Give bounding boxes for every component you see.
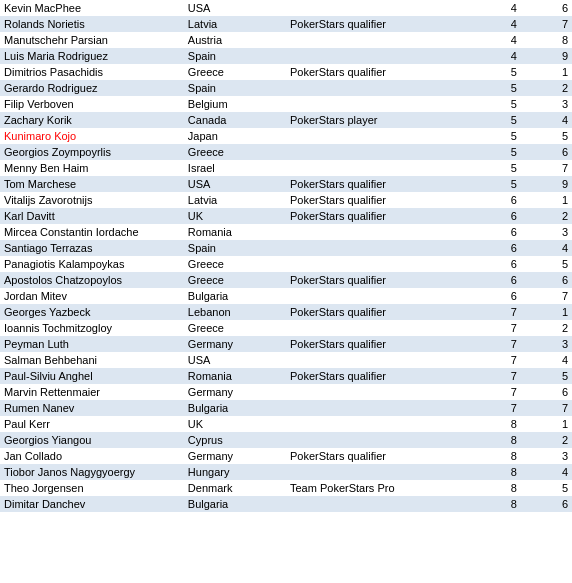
player-qualifier [286,352,470,368]
player-name: Rumen Nanev [0,400,184,416]
player-name: Santiago Terrazas [0,240,184,256]
table-row: Paul-Silviu AnghelRomaniaPokerStars qual… [0,368,572,384]
player-num2: 3 [521,96,572,112]
player-num2: 9 [521,48,572,64]
player-qualifier [286,400,470,416]
player-num1: 7 [470,304,521,320]
player-name: Peyman Luth [0,336,184,352]
player-country: Belgium [184,96,286,112]
player-num2: 4 [521,352,572,368]
player-country: Romania [184,224,286,240]
player-name: Georges Yazbeck [0,304,184,320]
player-num2: 6 [521,0,572,16]
table-row: Menny Ben HaimIsrael57 [0,160,572,176]
player-qualifier: PokerStars qualifier [286,208,470,224]
player-num1: 5 [470,176,521,192]
player-qualifier [286,288,470,304]
player-qualifier [286,384,470,400]
table-row: Gerardo RodriguezSpain52 [0,80,572,96]
player-num2: 6 [521,144,572,160]
player-qualifier [286,32,470,48]
table-row: Dimitrios PasachidisGreecePokerStars qua… [0,64,572,80]
player-name: Paul-Silviu Anghel [0,368,184,384]
players-table: Kevin MacPheeUSA46Rolands NorietisLatvia… [0,0,572,512]
player-country: Latvia [184,192,286,208]
player-num2: 2 [521,208,572,224]
player-country: UK [184,208,286,224]
player-country: Germany [184,336,286,352]
player-num2: 5 [521,480,572,496]
table-row: Rolands NorietisLatviaPokerStars qualifi… [0,16,572,32]
player-num1: 6 [470,224,521,240]
player-country: Spain [184,80,286,96]
player-num2: 5 [521,368,572,384]
player-num2: 5 [521,256,572,272]
player-qualifier: PokerStars qualifier [286,16,470,32]
player-num1: 8 [470,432,521,448]
player-num1: 5 [470,80,521,96]
player-num2: 4 [521,464,572,480]
player-name: Apostolos Chatzopoylos [0,272,184,288]
player-num1: 7 [470,400,521,416]
player-name: Marvin Rettenmaier [0,384,184,400]
player-num2: 1 [521,192,572,208]
player-country: UK [184,416,286,432]
player-qualifier [286,256,470,272]
player-num1: 4 [470,0,521,16]
player-qualifier [286,80,470,96]
player-num2: 8 [521,32,572,48]
player-name: Menny Ben Haim [0,160,184,176]
player-num1: 5 [470,144,521,160]
player-country: USA [184,352,286,368]
table-row: Georgios ZoympoyrlisGreece56 [0,144,572,160]
player-num2: 3 [521,448,572,464]
player-country: Hungary [184,464,286,480]
player-country: USA [184,0,286,16]
player-country: Canada [184,112,286,128]
table-row: Luis Maria RodriguezSpain49 [0,48,572,64]
player-num2: 4 [521,112,572,128]
player-num2: 3 [521,224,572,240]
table-row: Mircea Constantin IordacheRomania63 [0,224,572,240]
player-country: Spain [184,48,286,64]
player-qualifier [286,464,470,480]
player-num1: 8 [470,448,521,464]
player-qualifier [286,96,470,112]
player-name: Jordan Mitev [0,288,184,304]
player-num1: 7 [470,352,521,368]
table-row: Manutschehr ParsianAustria48 [0,32,572,48]
player-country: Bulgaria [184,400,286,416]
player-name: Rolands Norietis [0,16,184,32]
table-row: Kunimaro KojoJapan55 [0,128,572,144]
player-name: Karl Davitt [0,208,184,224]
player-qualifier [286,416,470,432]
player-num2: 9 [521,176,572,192]
player-country: Greece [184,256,286,272]
player-name: Jan Collado [0,448,184,464]
player-num1: 8 [470,416,521,432]
table-row: Jan ColladoGermanyPokerStars qualifier83 [0,448,572,464]
player-name: Luis Maria Rodriguez [0,48,184,64]
player-num1: 5 [470,160,521,176]
player-num1: 4 [470,32,521,48]
player-num2: 1 [521,304,572,320]
table-row: Jordan MitevBulgaria67 [0,288,572,304]
player-num1: 5 [470,96,521,112]
player-num2: 6 [521,384,572,400]
player-num2: 1 [521,416,572,432]
player-country: Germany [184,384,286,400]
player-qualifier [286,48,470,64]
player-num1: 8 [470,480,521,496]
player-qualifier [286,320,470,336]
table-row: Kevin MacPheeUSA46 [0,0,572,16]
player-name: Dimitrios Pasachidis [0,64,184,80]
player-country: Cyprus [184,432,286,448]
player-num1: 7 [470,384,521,400]
player-country: Latvia [184,16,286,32]
player-num1: 8 [470,464,521,480]
player-qualifier: PokerStars qualifier [286,272,470,288]
table-row: Peyman LuthGermanyPokerStars qualifier73 [0,336,572,352]
player-num2: 2 [521,432,572,448]
player-country: Bulgaria [184,496,286,512]
table-row: Tiobor Janos NagygyoergyHungary84 [0,464,572,480]
